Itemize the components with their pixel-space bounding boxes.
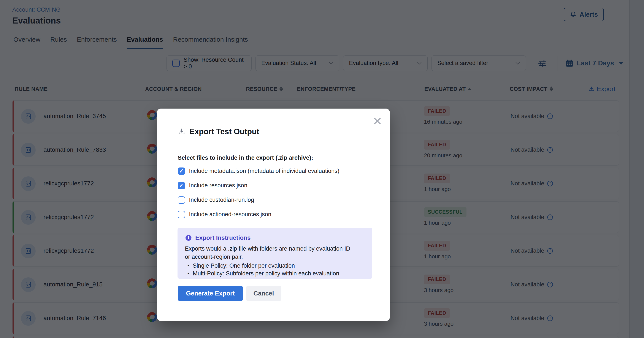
export-modal: × Export Test Output Select files to inc… [157, 109, 390, 321]
instructions-title: Export Instructions [195, 234, 251, 241]
download-icon [178, 128, 186, 136]
checkbox[interactable] [178, 196, 185, 204]
generate-export-button[interactable]: Generate Export [178, 286, 243, 301]
option-actioned-resources-json[interactable]: Include actioned-resources.json [178, 207, 369, 222]
select-files-label: Select files to include in the export (.… [178, 155, 369, 161]
checkbox[interactable] [178, 211, 185, 218]
instructions-body: Exports would a .zip file with folders a… [185, 245, 353, 261]
instructions-bullets: •Single Policy: One folder per evaluatio… [185, 262, 365, 277]
option-custodian-run-log[interactable]: Include custodian-run.log [178, 193, 369, 207]
option-metadata-json[interactable]: Include metadata.json (metadata of indiv… [178, 164, 369, 178]
export-options: Include metadata.json (metadata of indiv… [178, 164, 369, 222]
modal-header: Export Test Output [178, 109, 369, 136]
close-icon[interactable]: × [372, 115, 382, 127]
option-resources-json[interactable]: Include resources.json [178, 178, 369, 193]
divider [178, 146, 369, 146]
info-bubble-icon [185, 234, 192, 242]
export-instructions-box: Export Instructions Exports would a .zip… [178, 228, 372, 279]
modal-title: Export Test Output [190, 127, 259, 136]
checkbox[interactable] [178, 182, 185, 189]
cancel-button[interactable]: Cancel [246, 286, 282, 301]
checkbox[interactable] [178, 167, 185, 175]
